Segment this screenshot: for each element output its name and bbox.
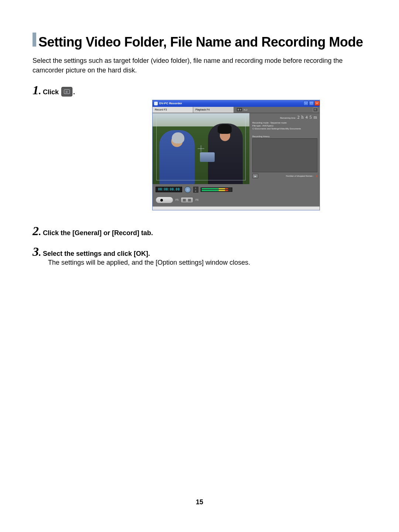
step-3-detail: The settings will be applied, and the [O… [48,259,366,267]
page-title-row: Setting Video Folder, File Name and Reco… [33,33,366,49]
controls-row-1: 00:00:00.00 [156,186,317,193]
step-3-number: 3 [33,245,39,259]
intro-paragraph: Select the settings such as target folde… [33,56,366,75]
step-1: 1. Click . [33,83,366,97]
audio-channels-icon [193,187,198,193]
f6-label: F6 [195,199,198,201]
recording-history-label: Recording history [252,135,317,138]
remaining-time-label: Remaining time : [280,117,297,119]
info-recording-mode: Recording mode : Sequence mode [252,122,317,125]
camera-model-label: XL2 [243,109,248,111]
video-preview [153,113,249,184]
mode-dial-button[interactable] [184,186,191,193]
step-2: 2. Click the [General] or [Record] tab. [33,224,366,238]
settings-toolbar-icon [61,87,72,96]
controls-row-2: F5 F6 [156,197,317,203]
info-file-path: C:\Documents and Settings\Video\My Docum… [252,128,317,131]
status-bar [153,206,320,210]
window-body: Record F3 Playback F4 XL2 Remaining ti [153,107,320,210]
app-icon [154,102,158,105]
info-panel: Remaining time : 2 h 4 5 m Recording mod… [249,113,320,184]
recording-history-list[interactable] [252,138,317,172]
step-1-number: 1 [33,83,39,97]
step-2-text: Click the [General] or [Record] tab. [43,229,153,237]
f5-label: F5 [175,199,178,201]
maximize-button[interactable]: □ [309,101,314,106]
camera-model: XL2 [234,107,311,113]
camera-icon [237,108,242,111]
window-title: DV-PC Recorder [159,102,303,105]
title-accent [33,33,36,47]
dropped-frames-label: Number of dropped frames : [260,175,314,177]
tabs-row: Record F3 Playback F4 XL2 [153,107,320,113]
step-1-text-after: . [73,88,75,96]
tab-record[interactable]: Record F3 [153,107,193,113]
settings-icon [313,108,318,112]
dropped-frames-row: ▶ Number of dropped frames : 0 [252,174,317,178]
settings-button[interactable] [311,107,320,113]
window-titlebar: DV-PC Recorder – □ × [153,100,320,107]
step-1-dot: . [39,86,41,96]
split-file-button[interactable] [181,197,193,203]
controls-panel: 00:00:00.00 F5 F6 [153,184,320,206]
remaining-time-value: 2 h 4 5 m [297,115,317,120]
close-button[interactable]: × [314,101,320,106]
history-play-button[interactable]: ▶ [252,174,258,178]
minimize-button[interactable]: – [303,101,308,106]
step-1-text-before: Click [43,88,61,96]
crosshair-v [201,145,201,152]
dropped-frames-value: 0 [316,175,317,177]
page-title: Setting Video Folder, File Name and Reco… [38,35,363,49]
page-number: 15 [0,498,399,506]
main-row: Remaining time : 2 h 4 5 m Recording mod… [153,113,320,184]
step-3: 3. Select the settings and click [OK]. T… [33,245,366,267]
timecode-display: 00:00:00.00 [156,187,182,192]
step-2-number: 2 [33,224,39,238]
record-button[interactable] [156,197,173,203]
dvpc-recorder-window: DV-PC Recorder – □ × Record F3 Playback … [153,100,320,210]
remaining-time: Remaining time : 2 h 4 5 m [252,115,317,120]
tab-playback[interactable]: Playback F4 [193,107,234,113]
audio-level-meter [201,187,232,192]
step-3-text: Select the settings and click [OK]. [43,250,150,257]
info-file-type: File type : AVI(Type1) [252,125,317,128]
